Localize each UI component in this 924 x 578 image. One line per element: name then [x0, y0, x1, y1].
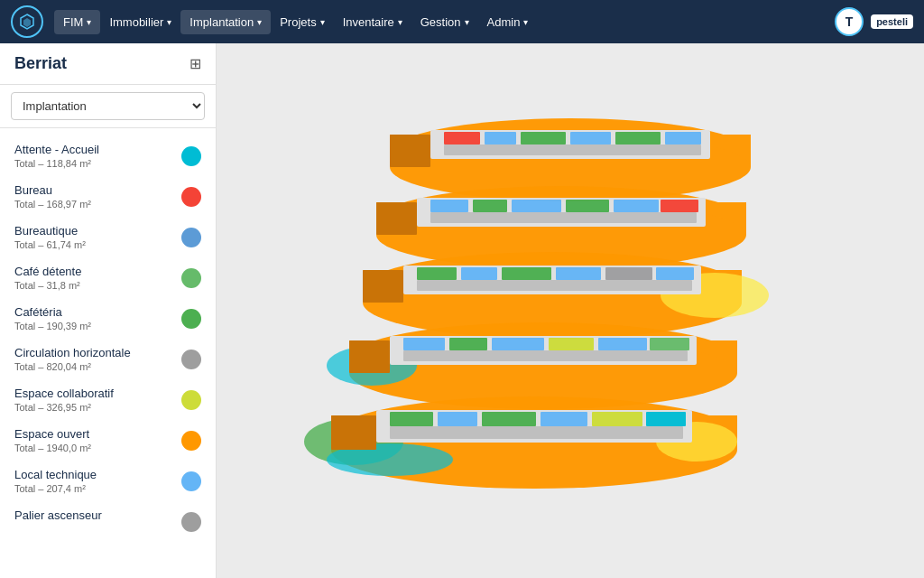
legend-name-cafe-detente: Café détente [14, 265, 172, 278]
sidebar: Berriat ⊞ ImplantationVue 3DPlans Attent… [0, 43, 217, 578]
content-area: Berriat ⊞ ImplantationVue 3DPlans Attent… [0, 43, 924, 578]
svg-rect-6 [521, 132, 566, 144]
brand-label: pesteli [871, 14, 913, 29]
svg-rect-57 [390, 412, 433, 426]
svg-rect-17 [473, 200, 507, 212]
nav-chevron-gestion: ▾ [465, 17, 469, 27]
legend-text-local-technique: Local technique Total – 207,4 m² [14, 468, 172, 494]
nav-chevron-inventaire: ▾ [398, 17, 402, 27]
legend-name-espace-ouvert: Espace ouvert [14, 427, 172, 441]
nav-label-implantation: Implantation [189, 15, 254, 29]
nav-item-inventaire[interactable]: Inventaire▾ [334, 10, 411, 34]
svg-rect-35 [417, 280, 692, 291]
nav-item-projets[interactable]: Projets▾ [271, 10, 333, 34]
legend-dot-espace-ouvert [181, 431, 201, 451]
legend-name-local-technique: Local technique [14, 468, 172, 481]
svg-rect-11 [390, 135, 430, 167]
legend-text-espace-ouvert: Espace ouvert Total – 1940,0 m² [14, 427, 172, 453]
legend-item-espace-ouvert[interactable]: Espace ouvert Total – 1940,0 m² [0, 420, 216, 461]
legend-name-attente-accueil: Attente - Accueil [14, 143, 172, 156]
sidebar-header: Berriat ⊞ [0, 43, 216, 85]
svg-rect-46 [598, 338, 647, 350]
legend-dot-cafe-detente [181, 268, 201, 288]
legend-total-espace-ouvert: Total – 1940,0 m² [14, 443, 172, 453]
legend-item-cafe-detente[interactable]: Café détente Total – 31,8 m² [0, 257, 216, 298]
legend-name-bureautique: Bureautique [14, 224, 172, 238]
legend-dot-attente-accueil [181, 146, 201, 166]
svg-rect-7 [570, 132, 611, 144]
svg-rect-19 [566, 200, 609, 212]
floorplan-container [300, 85, 841, 536]
legend-list: Attente - Accueil Total – 118,84 m² Bure… [0, 128, 216, 578]
legend-dot-cafeteria [181, 309, 201, 329]
legend-dot-bureautique [181, 228, 201, 247]
svg-rect-9 [665, 132, 701, 144]
nav-item-immobilier[interactable]: Immobilier▾ [100, 10, 180, 34]
nav-chevron-implantation: ▾ [257, 17, 262, 27]
nav-item-admin[interactable]: Admin▾ [478, 10, 538, 34]
nav-chevron-admin: ▾ [523, 17, 528, 27]
svg-rect-61 [592, 412, 642, 426]
legend-dot-circulation-horizontale [181, 350, 201, 369]
legend-name-circulation-horizontale: Circulation horizontale [14, 346, 172, 359]
svg-rect-32 [556, 267, 601, 280]
nav-item-gestion[interactable]: Gestion▾ [411, 10, 478, 34]
legend-text-circulation-horizontale: Circulation horizontale Total – 820,04 m… [14, 346, 172, 372]
svg-rect-10 [444, 144, 701, 155]
svg-rect-23 [376, 202, 417, 235]
app-logo[interactable] [11, 5, 43, 38]
svg-rect-60 [541, 412, 587, 426]
legend-total-cafeteria: Total – 190,39 m² [14, 321, 172, 331]
nav-item-implantation[interactable]: Implantation▾ [180, 10, 271, 34]
svg-rect-8 [615, 132, 661, 144]
svg-rect-62 [646, 412, 686, 426]
legend-text-cafe-detente: Café détente Total – 31,8 m² [14, 265, 172, 291]
legend-total-espace-collaboratif: Total – 326,95 m² [14, 402, 172, 413]
svg-rect-34 [656, 267, 694, 280]
legend-item-cafeteria[interactable]: Cafétéria Total – 190,39 m² [0, 298, 216, 339]
legend-name-espace-collaboratif: Espace collaboratif [14, 387, 172, 400]
legend-item-espace-collaboratif[interactable]: Espace collaboratif Total – 326,95 m² [0, 379, 216, 420]
legend-text-espace-collaboratif: Espace collaboratif Total – 326,95 m² [14, 387, 172, 413]
legend-total-bureau: Total – 168,97 m² [14, 199, 172, 210]
legend-total-circulation-horizontale: Total – 820,04 m² [14, 361, 172, 372]
legend-text-palier-ascenseur: Palier ascenseur [14, 508, 172, 524]
main-view [217, 43, 924, 578]
legend-dot-bureau [181, 187, 201, 207]
legend-item-bureautique[interactable]: Bureautique Total – 61,74 m² [0, 217, 216, 257]
svg-rect-59 [482, 412, 536, 426]
legend-name-palier-ascenseur: Palier ascenseur [14, 508, 172, 522]
svg-rect-29 [417, 267, 457, 280]
legend-item-attente-accueil[interactable]: Attente - Accueil Total – 118,84 m² [0, 135, 216, 176]
svg-rect-5 [485, 132, 516, 144]
legend-text-bureautique: Bureautique Total – 61,74 m² [14, 224, 172, 250]
sidebar-title: Berriat [14, 54, 67, 73]
grid-icon[interactable]: ⊞ [189, 55, 201, 72]
nav-label-inventaire: Inventaire [343, 15, 394, 29]
legend-item-local-technique[interactable]: Local technique Total – 207,4 m² [0, 461, 216, 501]
legend-total-bureautique: Total – 61,74 m² [14, 239, 172, 250]
legend-item-bureau[interactable]: Bureau Total – 168,97 m² [0, 176, 216, 217]
svg-rect-43 [449, 338, 487, 350]
legend-name-cafeteria: Cafétéria [14, 305, 172, 319]
nav-label-immobilier: Immobilier [109, 15, 163, 29]
legend-total-local-technique: Total – 207,4 m² [14, 483, 172, 494]
svg-rect-16 [430, 200, 468, 212]
nav-label-gestion: Gestion [420, 15, 461, 29]
legend-item-circulation-horizontale[interactable]: Circulation horizontale Total – 820,04 m… [0, 339, 216, 379]
nav-chevron-immobilier: ▾ [167, 17, 171, 27]
svg-rect-45 [549, 338, 594, 350]
svg-rect-48 [403, 350, 688, 361]
nav-chevron-fim: ▾ [87, 17, 91, 27]
implantation-select[interactable]: ImplantationVue 3DPlans [11, 92, 205, 120]
svg-rect-49 [349, 340, 390, 373]
user-avatar[interactable]: T [835, 7, 864, 36]
svg-rect-30 [461, 267, 497, 280]
nav-item-fim[interactable]: FIM▾ [54, 10, 100, 34]
svg-rect-22 [430, 212, 697, 223]
svg-rect-36 [363, 270, 403, 303]
nav-chevron-projets: ▾ [320, 17, 325, 27]
legend-item-palier-ascenseur[interactable]: Palier ascenseur [0, 501, 216, 539]
svg-rect-20 [614, 200, 659, 212]
legend-total-attente-accueil: Total – 118,84 m² [14, 158, 172, 169]
